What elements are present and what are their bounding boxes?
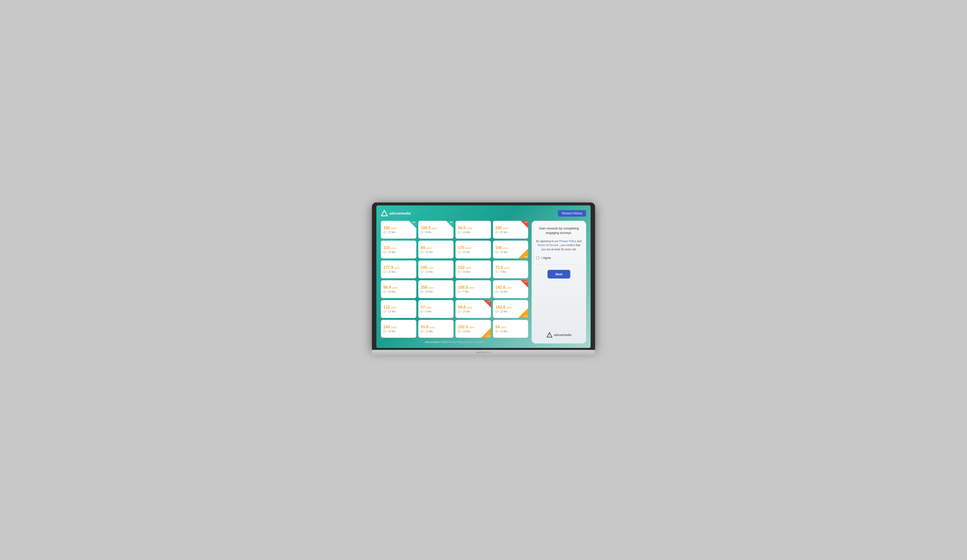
survey-time: ~ 25 Min (458, 231, 488, 234)
clock-icon (495, 310, 498, 313)
survey-card[interactable]: NEW 108.5 point ~ 8 Min (418, 221, 454, 239)
survey-card[interactable]: 175 point ~ 20 Min (455, 240, 491, 259)
survey-card[interactable]: 108.5 point ~ 7 Min (455, 280, 491, 298)
divider (536, 265, 582, 265)
agree-label: I Agree (541, 256, 551, 260)
survey-points: 277.9 point (383, 265, 414, 270)
survey-time: ~ 30 Min (421, 290, 451, 293)
header: advuemedia Reward History (381, 210, 586, 217)
logo-text: advuemedia (389, 211, 411, 215)
clock-icon (421, 310, 423, 313)
survey-time: ~ 10 Min (421, 251, 451, 254)
survey-unit: point (432, 227, 437, 230)
survey-card[interactable]: 54 point ~ 15 Min (493, 320, 528, 338)
badge-hot-label: HOT (487, 301, 490, 302)
survey-time: ~ 13 Min (495, 290, 526, 293)
survey-unit: point (467, 306, 472, 309)
survey-time: ~ 12 Min (421, 270, 451, 273)
survey-card[interactable]: 277.9 point ~ 26 Min (381, 260, 416, 278)
agreement-text2: and (576, 240, 581, 242)
clock-icon (383, 291, 386, 293)
survey-time: ~ 15 Min (383, 231, 414, 234)
survey-card[interactable]: 73.5 point ~ 3 Min (493, 260, 528, 278)
survey-time: ~ 8 Min (421, 231, 451, 234)
footer-privacy-link[interactable]: Privacy Policy (448, 341, 464, 343)
footer: Advuemedia © 2024 Privacy Policy | Terms… (381, 341, 528, 343)
survey-card[interactable]: PAID 156 point ~ 21 Min (493, 240, 528, 259)
panel-logo-icon (546, 332, 553, 338)
privacy-policy-link[interactable]: Privacy Policy (559, 240, 576, 242)
survey-time: ~ 15 Min (383, 251, 414, 254)
survey-points: 112 point (383, 305, 414, 310)
reward-history-button[interactable]: Reward History (558, 210, 586, 217)
survey-unit: point (503, 227, 508, 230)
survey-card[interactable]: 140 point ~ 15 Min (381, 320, 416, 338)
clock-icon (495, 271, 498, 273)
survey-card[interactable]: 350 point ~ 30 Min (418, 280, 454, 298)
survey-time: ~ 15 Min (383, 310, 414, 313)
survey-time: ~ 18 Min (383, 290, 414, 293)
agreement-text1: By agreeing to our (536, 240, 559, 242)
panel-logo-text: advuemedia (554, 333, 571, 337)
survey-unit: point (391, 227, 396, 230)
survey-card[interactable]: 100 point ~ 12 Min (418, 260, 454, 278)
survey-points: 54 point (495, 324, 526, 329)
survey-points: 73.5 point (495, 265, 526, 270)
clock-icon (495, 251, 498, 253)
survey-unit: point (467, 227, 472, 230)
survey-card[interactable]: PAID 142.8 point ~ 12 Min (493, 300, 528, 318)
survey-points: 100 point (421, 265, 451, 270)
survey-card[interactable]: NEW 350 point ~ 15 Min (381, 221, 416, 239)
survey-card[interactable]: 84 point ~ 10 Min (418, 240, 454, 259)
clock-icon (421, 251, 423, 253)
survey-unit: point (469, 326, 474, 329)
survey-card[interactable]: 210 point ~ 30 Min (455, 260, 491, 278)
survey-unit: point (394, 267, 400, 269)
survey-unit: point (465, 267, 471, 269)
survey-card[interactable]: PAID 202.5 point ~ 15 Min (455, 320, 491, 338)
survey-card[interactable]: 55.8 point ~ 11 Min (418, 320, 454, 338)
survey-card[interactable]: 37 point ~ 9 Min (418, 300, 454, 318)
terms-link[interactable]: Terms Of Service (538, 244, 558, 247)
survey-card[interactable]: 112 point ~ 15 Min (381, 300, 416, 318)
agree-radio[interactable] (536, 256, 540, 260)
survey-time: ~ 11 Min (421, 330, 451, 333)
survey-points: 140 point (383, 324, 414, 329)
survey-time: ~ 7 Min (458, 290, 488, 293)
survey-unit: point (504, 267, 510, 269)
next-button[interactable]: Next (548, 270, 570, 278)
badge-new-label: NEW (413, 222, 416, 223)
survey-points: 84.5 point (458, 226, 488, 230)
survey-points: 86.4 point (383, 285, 414, 290)
clock-icon (383, 231, 386, 234)
survey-time: ~ 3 Min (495, 270, 526, 273)
survey-card[interactable]: HOT 94.8 point ~ 25 Min (455, 300, 491, 318)
survey-unit: point (392, 287, 398, 289)
survey-card[interactable]: HOT 142.8 point ~ 13 Min (493, 280, 528, 298)
screen-bezel: advuemedia Reward History NEW 350 point … (372, 203, 595, 350)
panel-logo: advuemedia (536, 332, 582, 338)
survey-card[interactable]: 315 point ~ 15 Min (381, 240, 416, 259)
clock-icon (458, 330, 460, 333)
clock-icon (383, 330, 386, 333)
survey-time: ~ 20 Min (458, 251, 488, 254)
footer-terms-link[interactable]: Terms of Service (465, 341, 484, 343)
survey-card[interactable]: 84.5 point ~ 25 Min (455, 221, 491, 239)
survey-time: ~ 25 Min (458, 310, 488, 313)
badge-hot-label: HOT (525, 281, 528, 282)
survey-unit: point (465, 247, 471, 250)
clock-icon (421, 291, 423, 293)
survey-points: 315 point (383, 245, 414, 250)
clock-icon (458, 231, 460, 234)
survey-points: 84 point (421, 245, 451, 250)
survey-points: 108.5 point (458, 285, 488, 290)
survey-unit: point (429, 267, 434, 269)
survey-card[interactable]: 86.4 point ~ 18 Min (381, 280, 416, 298)
survey-unit: point (506, 306, 512, 309)
survey-time: ~ 25 Min (495, 231, 526, 234)
agree-row[interactable]: I Agree (536, 256, 582, 260)
clock-icon (495, 291, 498, 293)
survey-unit: point (503, 247, 508, 250)
survey-card[interactable]: HOT 280 point ~ 25 Min (493, 221, 528, 239)
survey-time: ~ 26 Min (383, 270, 414, 273)
